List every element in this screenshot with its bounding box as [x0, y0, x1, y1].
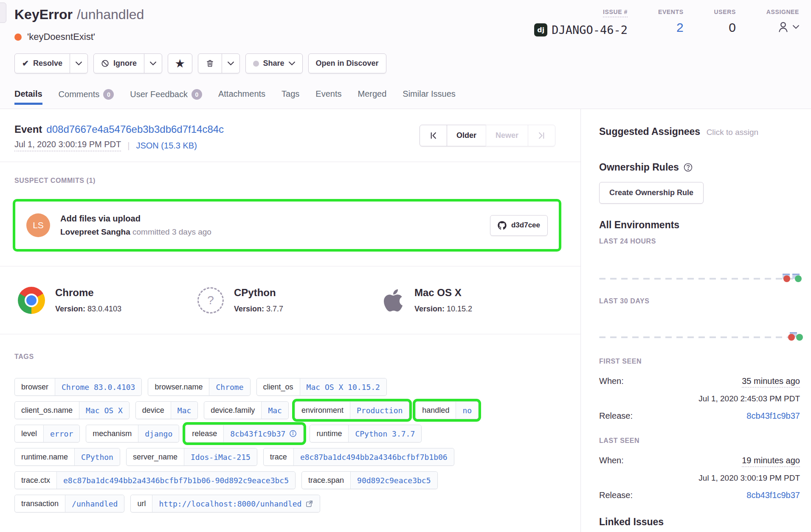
tag-value-link[interactable]: Mac: [262, 402, 288, 419]
context-runtime: ? CPython Version: 3.7.7: [197, 266, 283, 334]
tag-pill-runtime-name: runtime.nameCPython: [14, 448, 120, 466]
tag-row: levelerror mechanismdjango release8cb43f…: [14, 425, 566, 442]
events-count[interactable]: 2: [676, 21, 684, 34]
tag-value-link[interactable]: error: [44, 425, 79, 442]
tag-key: runtime.name: [15, 448, 75, 465]
ignore-dropdown-button[interactable]: [144, 53, 162, 73]
tag-value-link[interactable]: Chrome: [209, 378, 250, 395]
event-meta-row: Jul 1, 2020 3:00:19 PM PDT | JSON (15.3 …: [14, 140, 197, 151]
ignore-button[interactable]: Ignore: [93, 53, 144, 73]
tag-pill-client-os: client_osMac OS X 10.15.2: [256, 378, 387, 396]
tag-value-link[interactable]: Mac: [171, 402, 198, 419]
event-json-link[interactable]: JSON (15.3 KB): [136, 141, 197, 151]
tag-value-link[interactable]: http://localhost:8000/unhandled: [152, 495, 320, 512]
first-seen-when-row: When: 35 minutes ago: [599, 376, 800, 388]
issue-short-id[interactable]: dj DJANGO-46-2: [534, 23, 628, 36]
suspect-commit-row-highlighted[interactable]: LS Add files via upload Lovepreet Sangha…: [13, 199, 561, 252]
tab-similar-issues[interactable]: Similar Issues: [403, 89, 455, 105]
commit-sha-button[interactable]: d3d7cee: [490, 215, 548, 236]
tab-label: Events: [315, 89, 341, 99]
create-ownership-rule-label: Create Ownership Rule: [609, 188, 693, 197]
question-circle-icon[interactable]: [683, 162, 693, 172]
tag-key: trace.ctx: [15, 472, 57, 489]
issue-sidebar: Suggested Assignees Click to assign Owne…: [581, 109, 811, 532]
last-30-days-label: LAST 30 DAYS: [599, 297, 650, 305]
check-icon: ✔: [22, 59, 29, 68]
tag-pill-url: urlhttp://localhost:8000/unhandled: [130, 495, 320, 512]
tab-comments[interactable]: Comments0: [59, 89, 114, 106]
tag-value-link[interactable]: no: [456, 402, 478, 419]
users-count[interactable]: 0: [729, 21, 736, 34]
resolve-label: Resolve: [33, 59, 62, 68]
tag-value-link[interactable]: Mac OS X: [79, 402, 129, 419]
event-timestamp[interactable]: Jul 1, 2020 3:00:19 PM PDT: [14, 140, 121, 151]
tag-value-link[interactable]: Chrome 83.0.4103: [55, 378, 141, 395]
tag-value-link[interactable]: e8c87ba1dc494bb2a4346bcfbf7b1b06: [294, 448, 454, 465]
commit-info: Add files via upload Lovepreet Sangha co…: [60, 214, 490, 237]
tag-value-link[interactable]: CPython: [75, 448, 120, 465]
person-icon: [777, 20, 790, 34]
newer-event-button[interactable]: Newer: [486, 125, 528, 146]
tag-value-link[interactable]: CPython 3.7.7: [349, 425, 421, 442]
chevron-down-icon: [793, 25, 799, 29]
tag-value-link[interactable]: 8cb43f1c9b37: [224, 425, 303, 442]
event-id-link[interactable]: d08d7667e4a5476eb3b3db6d7f14c84c: [46, 123, 224, 135]
django-project-icon: dj: [534, 23, 547, 36]
oldest-event-button[interactable]: [420, 125, 447, 146]
tag-key: client_os: [257, 378, 300, 395]
version-value: 3.7.7: [266, 305, 283, 313]
tab-user-feedback[interactable]: User Feedback0: [130, 89, 202, 106]
issue-title-type: KeyError: [14, 7, 73, 22]
tag-key: server_name: [127, 448, 184, 465]
tab-tags[interactable]: Tags: [282, 89, 299, 105]
tab-details[interactable]: Details: [14, 89, 42, 105]
newest-event-button[interactable]: [528, 125, 555, 146]
chevron-down-icon: [76, 62, 82, 65]
older-event-button[interactable]: Older: [447, 125, 486, 146]
commit-message: Add files via upload: [60, 214, 490, 224]
release-label: Release:: [599, 490, 633, 500]
events-label: EVENTS: [658, 8, 684, 15]
tag-value-link[interactable]: 90d892c9eace3bc5: [351, 472, 437, 489]
assignee-dropdown[interactable]: [777, 20, 799, 34]
context-version: Version: 3.7.7: [234, 305, 283, 314]
tab-merged[interactable]: Merged: [358, 89, 387, 105]
tab-attachments[interactable]: Attachments: [218, 89, 265, 105]
open-in-discover-label: Open in Discover: [316, 59, 379, 68]
tag-value-link[interactable]: django: [138, 425, 179, 442]
tag-pill-handled-highlighted: handledno: [415, 401, 479, 419]
first-seen-release-link[interactable]: 8cb43f1c9b37: [746, 411, 800, 421]
create-ownership-rule-button[interactable]: Create Ownership Rule: [599, 182, 704, 204]
share-button[interactable]: Share: [245, 53, 303, 73]
tag-value-link[interactable]: Production: [350, 402, 409, 419]
sparkline-baseline: [599, 336, 800, 338]
delete-button[interactable]: [198, 53, 222, 73]
events-sparkline-30d: [599, 330, 800, 342]
delete-dropdown-button[interactable]: [222, 53, 240, 73]
open-in-discover-button[interactable]: Open in Discover: [308, 53, 386, 73]
discover-button-group: Open in Discover: [308, 53, 386, 73]
suggested-assignees-title: Suggested Assignees: [599, 126, 700, 137]
last-seen-release-link[interactable]: 8cb43f1c9b37: [746, 490, 800, 500]
release-label: Release:: [599, 411, 633, 421]
resolve-dropdown-button[interactable]: [70, 53, 88, 73]
tag-key: release: [186, 425, 224, 442]
tag-key: client_os.name: [15, 402, 79, 419]
version-label: Version:: [414, 305, 445, 313]
tag-value-link[interactable]: Mac OS X 10.15.2: [300, 378, 386, 395]
stat-events: EVENTS 2: [658, 8, 684, 34]
tag-value-link[interactable]: /unhandled: [65, 495, 124, 512]
issue-title-culprit-path: /unhandled: [77, 7, 144, 22]
tab-events[interactable]: Events: [315, 89, 341, 105]
tag-row: runtime.nameCPython server_nameIdos-iMac…: [14, 448, 566, 466]
tag-pill-trace: tracee8c87ba1dc494bb2a4346bcfbf7b1b06: [263, 448, 454, 466]
suggested-assignees-hint: Click to assign: [707, 128, 759, 137]
suggested-assignees-section: Suggested Assignees Click to assign: [599, 126, 758, 137]
tag-value-link[interactable]: Idos-iMac-215: [184, 448, 257, 465]
last-24-hours-label: LAST 24 HOURS: [599, 238, 656, 245]
tab-label: Details: [14, 89, 42, 99]
resolve-button[interactable]: ✔ Resolve: [14, 53, 70, 73]
tag-value-link[interactable]: e8c87ba1dc494bb2a4346bcfbf7b1b06-90d892c…: [57, 472, 295, 489]
bookmark-star-button[interactable]: ★: [168, 53, 192, 73]
newer-label: Newer: [496, 131, 518, 140]
